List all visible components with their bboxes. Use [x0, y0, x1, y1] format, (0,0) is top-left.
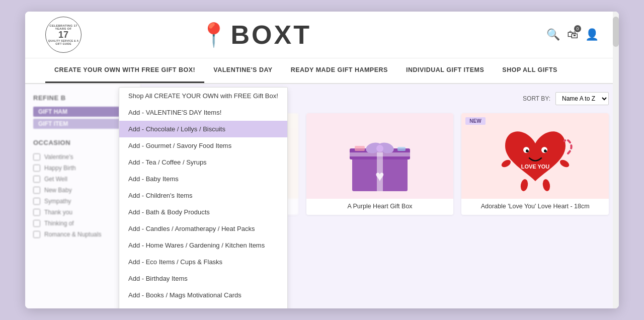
header-icons: 🔍 🛍 0 👤: [546, 28, 599, 41]
main-content: REFINE B GIFT HAM GIFT ITEM OCCASION Val…: [25, 84, 619, 308]
anniversary-badge: CELEBRATING 17 YEARS OF 17 QUALITY SERVI…: [45, 17, 82, 53]
svg-rect-20: [355, 146, 365, 151]
svg-text:♥: ♥: [375, 168, 384, 184]
dropdown-item-0[interactable]: Shop All CREATE YOUR OWN with FREE Gift …: [119, 88, 287, 104]
dropdown-item-1[interactable]: Add - VALENTINE'S DAY Items!: [119, 104, 287, 121]
filter-thank-you[interactable]: Thank you: [33, 207, 132, 218]
cart-badge: 0: [574, 25, 581, 32]
svg-point-32: [542, 179, 551, 192]
filter-get-well[interactable]: Get Well: [33, 174, 132, 185]
dropdown-item-11[interactable]: Add - Birthday Items: [119, 270, 287, 287]
product-card-love-heart[interactable]: NEW: [461, 113, 609, 215]
cart-icon[interactable]: 🛍 0: [567, 28, 578, 41]
filter-birthday[interactable]: Happy Birth: [33, 163, 132, 174]
svg-point-19: [376, 145, 383, 152]
main-logo: 📍 BOXT: [199, 20, 311, 50]
filter-group-type: GIFT HAM GIFT ITEM: [33, 107, 132, 131]
filter-sympathy[interactable]: Sympathy: [33, 196, 132, 207]
dropdown-item-13[interactable]: Add - Plush Toys / Games: [119, 303, 287, 308]
svg-point-29: [500, 158, 512, 169]
dropdown-item-10[interactable]: Add - Eco Items / Cups & Flasks: [119, 254, 287, 270]
dropdown-item-6[interactable]: Add - Children's Items: [119, 187, 287, 204]
dropdown-container: Shop All CREATE YOUR OWN with FREE Gift …: [119, 87, 288, 308]
product-name-love-heart: Adorable 'Love You' Love Heart - 18cm: [461, 199, 609, 215]
svg-rect-21: [397, 147, 406, 151]
nav-shop-all[interactable]: SHOP ALL GIFTS: [493, 58, 567, 83]
filter-valentines[interactable]: Valentine's: [33, 151, 132, 163]
love-heart-svg: LOVE YOU: [495, 116, 576, 196]
product-name-purple-box: A Purple Heart Gift Box: [306, 199, 454, 215]
dropdown-item-12[interactable]: Add - Books / Mags Motivational Cards: [119, 287, 287, 303]
filter-romance[interactable]: Romance & Nuptuals: [33, 229, 132, 240]
svg-rect-15: [350, 152, 410, 156]
create-own-dropdown: Shop All CREATE YOUR OWN with FREE Gift …: [119, 87, 288, 308]
nav-ready-made[interactable]: READY MADE GIFT HAMPERS: [282, 58, 397, 83]
filter-new-baby[interactable]: New Baby: [33, 185, 132, 196]
new-badge: NEW: [465, 117, 485, 125]
user-icon[interactable]: 👤: [585, 28, 599, 41]
filter-thinking-of[interactable]: Thinking of: [33, 218, 132, 229]
svg-point-27: [546, 149, 547, 150]
header: CELEBRATING 17 YEARS OF 17 QUALITY SERVI…: [25, 12, 619, 58]
gift-hampers-filter[interactable]: GIFT HAM: [33, 107, 132, 117]
nav-individual[interactable]: INDIVIDUAL GIFT ITEMS: [397, 58, 493, 83]
logo-text: BOXT: [231, 20, 311, 50]
dropdown-item-3[interactable]: Add - Gourmet / Savory Food Items: [119, 137, 287, 154]
occasion-filter-group: OCCASION Valentine's Happy Birth Get Wel…: [33, 139, 132, 240]
svg-point-26: [528, 149, 529, 150]
logo-area: CELEBRATING 17 YEARS OF 17 QUALITY SERVI…: [45, 17, 82, 53]
nav-create-own[interactable]: CREATE YOUR OWN WITH FREE GIFT BOX!: [45, 58, 204, 83]
occasion-title: OCCASION: [33, 139, 132, 146]
product-card-purple-box[interactable]: ♥ A Purple Heart Gift Box: [306, 113, 454, 215]
product-image-love-heart: NEW: [461, 113, 609, 199]
gift-items-filter[interactable]: GIFT ITEM: [33, 119, 132, 129]
dropdown-item-5[interactable]: Add - Baby Items: [119, 171, 287, 187]
product-image-purple-box: ♥: [306, 113, 454, 199]
main-nav: CREATE YOUR OWN WITH FREE GIFT BOX! VALE…: [25, 58, 619, 84]
dropdown-item-2[interactable]: Add - Chocolate / Lollys / Biscuits: [119, 121, 287, 137]
dropdown-item-9[interactable]: Add - Home Wares / Gardening / Kitchen I…: [119, 237, 287, 254]
purple-box-svg: ♥: [340, 116, 420, 196]
svg-point-31: [520, 179, 529, 192]
sort-select[interactable]: Name A to Z: [555, 92, 609, 105]
nav-valentines[interactable]: VALENTINE'S DAY: [204, 58, 281, 83]
dropdown-item-8[interactable]: Add - Candles / Aromatherapy / Heat Pack…: [119, 220, 287, 237]
svg-text:LOVE YOU: LOVE YOU: [521, 164, 549, 170]
search-icon[interactable]: 🔍: [546, 28, 560, 41]
logo-pin-icon: 📍: [199, 21, 228, 48]
refine-title: REFINE B: [33, 94, 132, 102]
dropdown-item-4[interactable]: Add - Tea / Coffee / Syrups: [119, 154, 287, 171]
sort-label: SORT BY:: [523, 95, 550, 102]
dropdown-item-7[interactable]: Add - Bath & Body Products: [119, 204, 287, 220]
svg-point-30: [558, 158, 570, 169]
